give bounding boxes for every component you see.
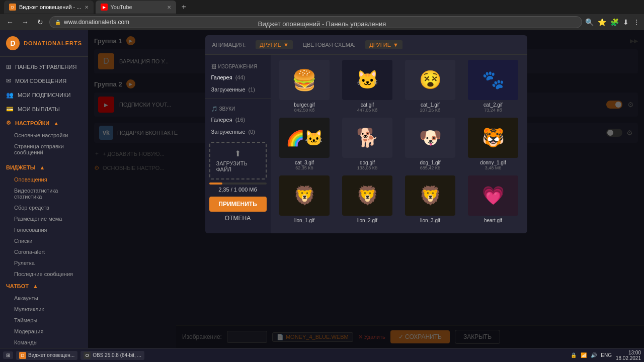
address-bar[interactable]: 🔒 www.donationalerts.com <box>49 16 582 28</box>
payments-icon: 💳 <box>6 106 14 113</box>
sidebar-chatbot-header[interactable]: ЧАТБОТ ▲ <box>0 280 88 293</box>
sidebar-sub-corona[interactable]: Corona-alert <box>0 246 88 257</box>
forward-button[interactable]: → <box>19 16 31 28</box>
sidebar-item-payments[interactable]: 💳 МОИ ВЫПЛАТЫ <box>0 102 88 116</box>
sidebar-sub-timers[interactable]: Таймеры <box>0 315 88 326</box>
images-label: ИЗОБРАЖЕНИЯ <box>218 64 258 69</box>
image-size-2: 207,25 Кб <box>420 108 440 113</box>
sidebar-settings-header[interactable]: ⚙ НАСТРОЙКИ ▲ <box>0 116 88 130</box>
browser-tab-active[interactable]: D Виджет оповещений - ... ✕ <box>4 1 94 14</box>
sidebar-widgets-header[interactable]: ВИДЖЕТЫ ▲ <box>0 161 88 174</box>
modal-upload-section: ⬆ ЗАГРУЗИТЬ ФАЙЛ 2,35 / 1 000 Мб <box>205 138 271 197</box>
image-size-8: ... <box>302 223 306 228</box>
image-thumb-10: 🦁 <box>405 175 455 216</box>
image-thumb-5: 🐕 <box>342 118 392 158</box>
sidebar-sub-multilink[interactable]: Мультиклик <box>0 304 88 315</box>
gallery-count: (44) <box>235 74 246 80</box>
image-item-5[interactable]: 🐕 dog.gif 133,03 Кб <box>339 118 396 170</box>
messages-icon: ✉ <box>6 77 11 84</box>
tray-icon-2[interactable]: 📶 <box>581 352 587 358</box>
image-item-0[interactable]: 🍔 burger.gif 842,50 Кб <box>276 60 334 113</box>
sidebar-sub-accounts[interactable]: Аккаунты <box>0 293 88 304</box>
animation-dropdown[interactable]: ДРУГИЕ ▼ <box>256 40 293 49</box>
logo-icon: D <box>6 36 20 50</box>
sidebar-sub-alerts[interactable]: Оповещения <box>0 174 88 185</box>
modal-sounds-uploaded-item[interactable]: Загруженные (0) <box>205 126 271 138</box>
search-icon[interactable]: 🔍 <box>585 18 594 26</box>
panel-icon: ⊞ <box>6 63 11 70</box>
logo-text: DONATIONALERTS <box>24 40 82 46</box>
sidebar-sub-lists[interactable]: Списки <box>0 235 88 246</box>
color-scheme-label: ЦВЕТОВАЯ СХЕМА: <box>303 42 355 48</box>
modal-overlay: АНИМАЦИЯ: ДРУГИЕ ▼ ЦВЕТОВАЯ СХЕМА: ДРУГИ… <box>88 30 644 362</box>
sidebar-sub-moderation[interactable]: Модерация <box>0 326 88 337</box>
lion2-emoji: 🦁 <box>356 185 379 206</box>
modal-action-btns: ПРИМЕНИТЬ ОТМЕНА <box>205 197 271 226</box>
image-thumb-7: 🐯 <box>468 118 518 158</box>
chatbot-header-label: ЧАТБОТ <box>6 283 29 289</box>
sounds-gallery-count: (16) <box>235 117 246 123</box>
sidebar-sub-commands[interactable]: Команды <box>0 337 88 348</box>
image-item-6[interactable]: 🐶 dog_1.gif 685,42 Кб <box>401 118 459 170</box>
image-item-1[interactable]: 🐱 cat.gif 447,05 Кб <box>339 60 396 113</box>
settings-header-icon: ⚙ <box>6 120 11 126</box>
app1-icon: D <box>19 352 26 359</box>
start-button[interactable]: ⊞ <box>3 351 13 359</box>
lang-indicator[interactable]: ENG <box>601 352 612 358</box>
tab-close-btn[interactable]: ✕ <box>85 5 89 10</box>
new-tab-button[interactable]: + <box>178 1 190 13</box>
tab-close-yt-btn[interactable]: ✕ <box>167 5 171 10</box>
app2-taskbar-btn[interactable]: O OBS 25.0.8 (64-bit, ... <box>80 351 144 360</box>
windows-icon: ⊞ <box>6 352 10 358</box>
sidebar-sub-voting[interactable]: Голосования <box>0 224 88 235</box>
image-item-2[interactable]: 😵 cat_1.gif 207,25 Кб <box>401 60 459 113</box>
sidebar-main-nav: ⊞ ПАНЕЛЬ УПРАВЛЕНИЯ ✉ МОИ СООБЩЕНИЯ 👥 МО… <box>0 57 88 161</box>
sidebar-item-subscribers[interactable]: 👥 МОИ ПОДПИСЧИКИ <box>0 88 88 102</box>
image-item-7[interactable]: 🐯 donny_1.gif 3,48 Мб <box>464 118 522 170</box>
image-item-4[interactable]: 🌈🐱 cat_3.gif 62,35 Кб <box>276 118 334 170</box>
sidebar-sub-page[interactable]: Страница отправки сообщений <box>0 141 88 158</box>
refresh-button[interactable]: ↻ <box>34 16 46 28</box>
sidebar-sub-lastmsg[interactable]: Последние сообщения <box>0 268 88 280</box>
settings-icon[interactable]: ⋮ <box>633 18 640 26</box>
sidebar-sub-collection[interactable]: Сбор средств <box>0 202 88 213</box>
sidebar-item-panel[interactable]: ⊞ ПАНЕЛЬ УПРАВЛЕНИЯ <box>0 60 88 74</box>
modal-sidebar: 🖼 ИЗОБРАЖЕНИЯ Галерея (44) Загруженные (… <box>205 55 271 233</box>
image-name-5: dog.gif <box>360 160 375 165</box>
sidebar-sub-basic[interactable]: Основные настройки <box>0 130 88 141</box>
browser-tab-yt[interactable]: ▶ YouTube ✕ <box>96 1 176 14</box>
bookmark-icon[interactable]: ⭐ <box>598 18 606 26</box>
modal-sounds-gallery-item[interactable]: Галерея (16) <box>205 114 271 126</box>
cancel-button[interactable]: ОТМЕНА <box>209 215 267 222</box>
tab-label-yt: YouTube <box>111 4 132 10</box>
app1-taskbar-btn[interactable]: D Виджет оповещен... <box>16 351 77 360</box>
sidebar-messages-label: МОИ СООБЩЕНИЯ <box>15 78 66 84</box>
modal-gallery-item[interactable]: Галерея (44) <box>205 71 271 83</box>
image-item-9[interactable]: 🦁 lion_2.gif ... <box>339 175 396 228</box>
image-size-9: ... <box>365 223 369 228</box>
tray-icon-1[interactable]: 🔒 <box>571 352 577 358</box>
sidebar-sub-roulette[interactable]: Рулетка <box>0 257 88 268</box>
image-name-1: cat.gif <box>361 102 374 108</box>
image-thumb-4: 🌈🐱 <box>279 118 330 158</box>
modal-uploaded-item[interactable]: Загруженные (1) <box>205 83 271 96</box>
image-item-11[interactable]: 💗 heart.gif ... <box>464 175 522 228</box>
image-size-6: 685,42 Кб <box>420 165 440 170</box>
extension-icon[interactable]: 🧩 <box>610 18 619 26</box>
animation-label: АНИМАЦИЯ: <box>212 42 246 48</box>
apply-button[interactable]: ПРИМЕНИТЬ <box>209 197 267 212</box>
app2-label: OBS 25.0.8 (64-bit, ... <box>93 352 141 358</box>
upload-area[interactable]: ⬆ ЗАГРУЗИТЬ ФАЙЛ <box>209 142 267 179</box>
download-icon[interactable]: ⬇ <box>623 18 629 26</box>
sidebar-item-messages[interactable]: ✉ МОИ СООБЩЕНИЯ <box>0 74 88 88</box>
widgets-chevron-icon: ▲ <box>39 164 45 170</box>
donny-emoji: 🐯 <box>482 127 505 148</box>
tray-icon-3[interactable]: 🔊 <box>591 352 597 358</box>
image-item-10[interactable]: 🦁 lion_3.gif ... <box>401 175 459 228</box>
sidebar-sub-multipoll[interactable]: Видеостатистика статистика <box>0 185 88 202</box>
color-scheme-dropdown[interactable]: ДРУГИЕ ▼ <box>365 40 403 49</box>
image-item-3[interactable]: 🐾 cat_2.gif 73,24 Кб <box>464 60 522 113</box>
back-button[interactable]: ← <box>4 16 16 28</box>
sidebar-sub-media[interactable]: Размещение мема <box>0 213 88 224</box>
image-item-8[interactable]: 🦁 lion_1.gif ... <box>276 175 334 228</box>
